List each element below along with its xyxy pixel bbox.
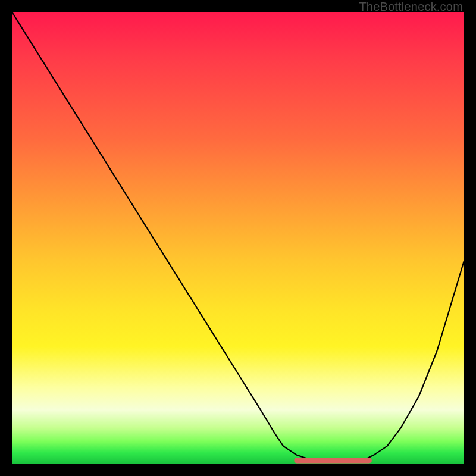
plot-area [12,12,464,464]
bottleneck-curve-svg [12,12,464,464]
chart-frame: TheBottleneck.com [0,0,476,476]
bottleneck-curve [12,12,464,462]
